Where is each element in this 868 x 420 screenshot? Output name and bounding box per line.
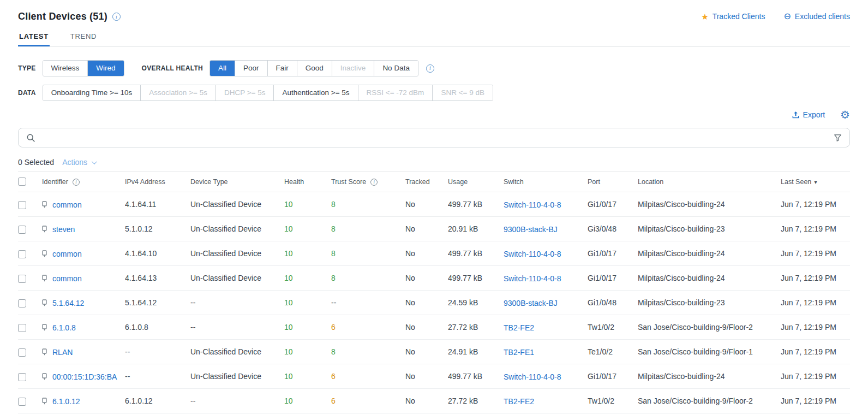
actions-dropdown[interactable]: Actions: [62, 158, 95, 167]
cell-ipv4: --: [125, 364, 190, 389]
cell-tracked: No: [405, 192, 448, 217]
column-label: Switch: [504, 178, 524, 186]
identifier-link[interactable]: common: [52, 274, 82, 283]
data-filter-row: DATA Onboarding Time >= 10sAssociation >…: [18, 85, 850, 101]
filter-option-good[interactable]: Good: [297, 61, 332, 76]
select-all-checkbox[interactable]: [18, 178, 26, 186]
excluded-clients-link[interactable]: ⊖ Excluded clients: [783, 12, 850, 21]
cell-health: 10: [284, 364, 331, 389]
identifier-link[interactable]: RLAN: [52, 348, 73, 357]
switch-link[interactable]: Switch-110-4-0-8: [504, 274, 561, 283]
cell-health: 10: [284, 241, 331, 266]
filter-option-no-data[interactable]: No Data: [374, 61, 418, 76]
identifier-link[interactable]: 00:00:15:1D:36:BA: [52, 372, 117, 381]
export-button[interactable]: Export: [792, 110, 825, 119]
identifier-link[interactable]: common: [52, 200, 82, 209]
tab-trend[interactable]: TREND: [69, 29, 98, 46]
column-header-location[interactable]: Location: [638, 171, 781, 192]
switch-link[interactable]: 9300B-stack-BJ: [504, 299, 558, 307]
identifier-link[interactable]: 6.1.0.8: [52, 323, 76, 332]
trust-score: --: [331, 298, 336, 307]
cell-select: [18, 192, 42, 217]
filter-option-fair[interactable]: Fair: [267, 61, 297, 76]
switch-link[interactable]: Switch-110-4-0-8: [504, 200, 561, 209]
column-header-tracked[interactable]: Tracked: [405, 171, 448, 192]
filter-option-onboarding-time-10s[interactable]: Onboarding Time >= 10s: [43, 85, 141, 100]
data-segment: Onboarding Time >= 10sAssociation >= 5sD…: [43, 85, 493, 101]
search-input[interactable]: [41, 133, 828, 143]
cell-identifier: common: [42, 192, 125, 217]
filter-option-snr-9-db: SNR <= 9 dB: [432, 85, 493, 100]
filter-option-poor[interactable]: Poor: [235, 61, 267, 76]
row-checkbox[interactable]: [18, 299, 26, 307]
cell-last_seen: Jun 7, 12:19 PM: [781, 217, 850, 241]
column-header-switch[interactable]: Switch: [504, 171, 588, 192]
row-checkbox[interactable]: [18, 373, 26, 381]
overall-health-info-icon[interactable]: i: [426, 64, 434, 73]
row-checkbox[interactable]: [18, 275, 26, 283]
cell-last_seen: Jun 7, 12:19 PM: [781, 266, 850, 291]
column-header-ipv4[interactable]: IPv4 Address: [125, 171, 190, 192]
cell-usage: 27.72 kB: [448, 315, 504, 340]
cell-tracked: No: [405, 291, 448, 315]
filter-option-wired[interactable]: Wired: [87, 61, 123, 76]
row-checkbox[interactable]: [18, 324, 26, 332]
filter-option-wireless[interactable]: Wireless: [43, 61, 88, 76]
identifier-link[interactable]: 5.1.64.12: [52, 299, 84, 307]
column-header-trust_score[interactable]: Trust Scorei: [331, 171, 405, 192]
page-title: Client Devices (51): [18, 11, 107, 22]
wired-client-icon: [42, 275, 47, 282]
wired-client-icon: [42, 299, 47, 306]
column-header-last_seen[interactable]: Last Seen▾: [781, 171, 850, 192]
upload-icon: [792, 111, 800, 119]
gear-icon[interactable]: ⚙: [840, 109, 850, 120]
identifier-link[interactable]: common: [52, 250, 82, 258]
tab-latest[interactable]: LATEST: [18, 29, 50, 46]
cell-tracked: No: [405, 241, 448, 266]
trust-score: 6: [331, 323, 336, 332]
switch-link[interactable]: TB2-FE2: [504, 323, 534, 332]
filter-option-dhcp-5s: DHCP >= 5s: [215, 85, 274, 100]
filter-option-inactive: Inactive: [332, 61, 374, 76]
cell-last_seen: Jun 7, 12:19 PM: [781, 315, 850, 340]
cell-device_type: Un-Classified Device: [190, 340, 284, 364]
switch-link[interactable]: TB2-FE1: [504, 348, 534, 357]
trust-score: 8: [331, 249, 336, 258]
filter-funnel-icon[interactable]: [834, 134, 842, 142]
column-header-usage[interactable]: Usage: [448, 171, 504, 192]
switch-link[interactable]: Switch-110-4-0-8: [504, 250, 561, 258]
info-icon[interactable]: i: [73, 179, 80, 186]
filter-option-all[interactable]: All: [210, 61, 235, 76]
column-header-port[interactable]: Port: [588, 171, 638, 192]
table-body: common4.1.64.11Un-Classified Device108No…: [18, 192, 850, 413]
tracked-clients-link[interactable]: ★ Tracked Clients: [701, 12, 765, 21]
cell-trust_score: 6: [331, 389, 405, 413]
identifier-link[interactable]: steven: [52, 225, 75, 234]
cell-switch: TB2-FE2: [504, 389, 588, 413]
column-header-device_type[interactable]: Device Type: [190, 171, 284, 192]
select-all-header[interactable]: [18, 171, 42, 192]
cell-ipv4: 5.1.64.12: [125, 291, 190, 315]
client-devices-info-icon[interactable]: i: [112, 13, 121, 21]
cell-ipv4: 6.1.0.8: [125, 315, 190, 340]
row-checkbox[interactable]: [18, 250, 26, 258]
switch-link[interactable]: 9300B-stack-BJ: [504, 225, 558, 234]
row-checkbox[interactable]: [18, 398, 26, 406]
row-checkbox[interactable]: [18, 226, 26, 234]
filter-option-authentication-5s[interactable]: Authentication >= 5s: [273, 85, 357, 100]
column-header-identifier[interactable]: Identifieri: [42, 171, 125, 192]
cell-switch: Switch-110-4-0-8: [504, 266, 588, 291]
column-label: Device Type: [190, 178, 228, 186]
info-icon[interactable]: i: [370, 179, 378, 186]
search-bar[interactable]: [18, 128, 850, 147]
type-segment: WirelessWired: [43, 60, 124, 76]
switch-link[interactable]: Switch-110-4-0-8: [504, 372, 561, 381]
switch-link[interactable]: TB2-FE2: [504, 397, 534, 406]
column-header-health[interactable]: Health: [284, 171, 331, 192]
row-checkbox[interactable]: [18, 201, 26, 209]
row-checkbox[interactable]: [18, 348, 26, 357]
identifier-link[interactable]: 6.1.0.12: [52, 397, 80, 406]
cell-select: [18, 340, 42, 364]
cell-last_seen: Jun 7, 12:19 PM: [781, 192, 850, 217]
cell-tracked: No: [405, 389, 448, 413]
